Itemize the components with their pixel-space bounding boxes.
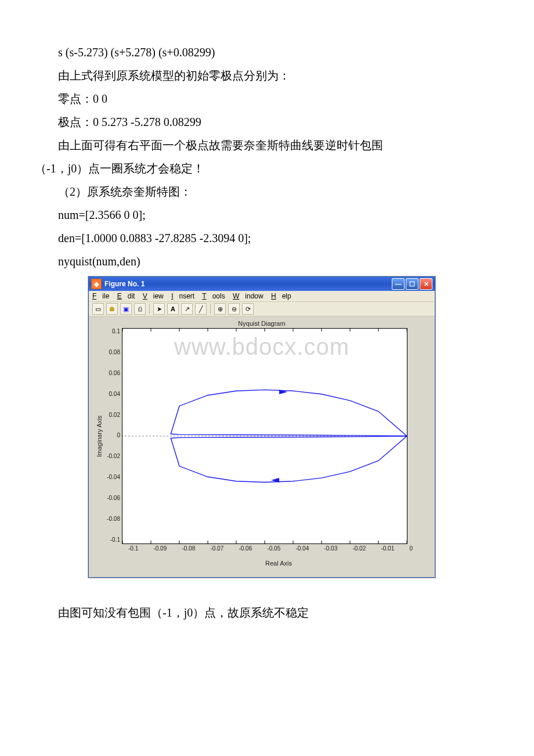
axes-box[interactable] [122,328,407,544]
menu-bar: File Edit View Insert Tools Window Help [89,291,435,302]
nyquist-series [171,436,407,483]
x-tick-label: -0.03 [324,545,337,552]
y-tick-label: 0.08 [103,349,120,355]
minimize-button[interactable]: — [392,278,405,290]
x-tick-label: -0.08 [182,545,195,552]
conclusion-line: 由图可知没有包围（-1，j0）点，故原系统不稳定 [35,601,499,624]
x-tick-label: -0.02 [352,545,366,552]
stability-note-2: （-1，j0）点一圈系统才会稳定！ [35,157,499,180]
menu-edit[interactable]: Edit [117,292,135,300]
code-nyquist: nyquist(num,den) [35,250,499,273]
menu-file[interactable]: File [92,292,109,300]
close-button[interactable]: ✕ [420,278,432,290]
menu-tools[interactable]: Tools [202,292,225,300]
toolbar-separator [149,304,150,314]
x-axis-label: Real Axis [128,560,429,567]
y-tick-label: 0.1 [103,328,120,334]
x-tick-label: -0.01 [381,545,394,552]
nyquist-plot-svg [122,329,407,543]
new-icon[interactable]: ▭ [92,303,104,315]
stability-note-1: 由上面可得有右平面一个极点故需要奈奎斯特曲线要逆时针包围 [35,134,499,157]
section-2-title: （2）原系统奈奎斯特图： [35,180,499,203]
y-tick-label: -0.02 [103,453,120,459]
menu-view[interactable]: View [143,292,164,300]
y-tick-label: 0 [103,432,120,438]
y-tick-label: 0.04 [103,391,120,397]
plot-title: Nyquist Diagram [95,320,429,327]
x-tick-label: 0 [409,545,413,552]
zeros-line: 零点：0 0 [35,87,499,110]
save-icon[interactable]: ▣ [120,303,132,315]
window-title: Figure No. 1 [104,280,392,288]
matlab-icon: ◆ [91,279,102,289]
window-titlebar[interactable]: ◆ Figure No. 1 — ☐ ✕ [89,277,435,291]
x-tick-label: -0.04 [295,545,309,552]
y-tick-label: -0.04 [103,474,120,480]
y-tick-label: -0.1 [103,537,120,543]
x-tick-label: -0.09 [153,545,167,552]
text-icon[interactable]: A [167,303,179,315]
zoom-out-icon[interactable]: ⊖ [228,303,240,315]
x-axis-ticks: -0.1-0.09-0.08-0.07-0.06-0.05-0.04-0.03-… [128,545,413,552]
poles-line: 极点：0 5.273 -5.278 0.08299 [35,110,499,134]
menu-help[interactable]: Help [271,292,291,300]
maximize-button[interactable]: ☐ [406,278,418,290]
toolbar-separator [210,304,211,314]
y-tick-label: -0.08 [103,516,120,522]
zoom-in-icon[interactable]: ⊕ [214,303,226,315]
y-axis-label: Imaginary Axis [95,328,103,544]
nyquist-series [171,390,407,436]
pointer-icon[interactable]: ➤ [153,303,165,315]
y-axis-ticks: 0.10.080.060.040.020-0.02-0.04-0.06-0.08… [103,328,122,543]
code-den: den=[1.0000 0.0883 -27.8285 -2.3094 0]; [35,226,499,250]
rotate-icon[interactable]: ⟳ [242,303,254,315]
line-icon[interactable]: ╱ [195,303,207,315]
menu-window[interactable]: Window [233,292,264,300]
arrow-icon[interactable]: ↗ [181,303,193,315]
x-tick-label: -0.1 [128,545,138,552]
open-icon[interactable]: ☗ [106,303,118,315]
code-num: num=[2.3566 0 0]; [35,203,499,226]
y-tick-label: -0.06 [103,495,120,501]
matlab-figure-window: ◆ Figure No. 1 — ☐ ✕ File Edit View Inse… [88,276,435,578]
equation-line: s (s-5.273) (s+5.278) (s+0.08299) [35,41,499,64]
x-tick-label: -0.05 [267,545,280,552]
menu-insert[interactable]: Insert [171,292,194,300]
toolbar: ▭ ☗ ▣ ⎙ ➤ A ↗ ╱ ⊕ ⊖ ⟳ [89,302,435,316]
x-tick-label: -0.06 [239,545,252,552]
print-icon[interactable]: ⎙ [134,303,146,315]
y-tick-label: 0.06 [103,370,120,376]
plot-area: www.bdocx.com Nyquist Diagram Imaginary … [89,316,435,577]
y-tick-label: 0.02 [103,412,120,418]
desc-zeros-poles: 由上式得到原系统模型的初始零极点分别为： [35,64,499,87]
x-tick-label: -0.07 [210,545,223,552]
